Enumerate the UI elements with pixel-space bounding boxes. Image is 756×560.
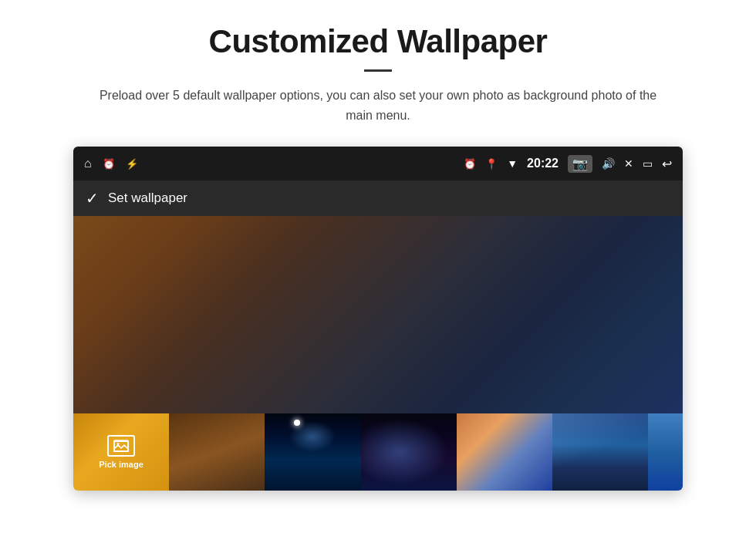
- back-icon: ↩: [662, 157, 672, 171]
- svg-point-1: [117, 443, 120, 445]
- home-icon: ⌂: [84, 157, 92, 170]
- alarm-icon: ⏰: [103, 158, 115, 170]
- status-time: 20:22: [527, 157, 559, 170]
- check-icon[interactable]: ✓: [86, 189, 99, 207]
- page-header: Customized Wallpaper Preload over 5 defa…: [0, 0, 756, 133]
- wallpaper-thumb-4[interactable]: [457, 413, 552, 491]
- wallpaper-thumb-1[interactable]: [169, 413, 265, 491]
- volume-icon: 🔊: [602, 157, 615, 170]
- thumbnail-strip: Pick image: [73, 413, 683, 491]
- pick-image-thumb[interactable]: Pick image: [73, 413, 169, 491]
- set-wallpaper-label: Set wallpaper: [108, 191, 187, 206]
- status-right-icons: ⏰ 📍 ▼ 20:22 📷 🔊 ✕ ▭ ↩: [464, 155, 672, 173]
- wallpaper-toolbar: ✓ Set wallpaper: [73, 180, 683, 216]
- window-icon: ▭: [643, 157, 653, 170]
- wifi-icon: ▼: [507, 157, 518, 170]
- location-icon: 📍: [485, 158, 498, 170]
- usb-icon: ⚡: [126, 158, 138, 170]
- status-left-icons: ⌂ ⏰ ⚡: [84, 157, 138, 170]
- status-bar: ⌂ ⏰ ⚡ ⏰ 📍 ▼ 20:22 📷 🔊 ✕ ▭ ↩: [73, 147, 683, 180]
- svg-rect-0: [114, 440, 128, 451]
- wallpaper-thumb-partial[interactable]: [648, 413, 683, 491]
- pick-image-icon: [107, 435, 135, 457]
- wallpaper-thumb-3[interactable]: [361, 413, 457, 491]
- device-frame: ⌂ ⏰ ⚡ ⏰ 📍 ▼ 20:22 📷 🔊 ✕ ▭ ↩ ✓ Set wallpa…: [73, 147, 683, 491]
- close-icon: ✕: [624, 157, 633, 170]
- wallpaper-thumb-2[interactable]: [265, 413, 360, 491]
- clock-icon: ⏰: [464, 158, 476, 170]
- wallpaper-thumb-5[interactable]: [552, 413, 648, 491]
- page-subtitle: Preload over 5 default wallpaper options…: [85, 86, 671, 125]
- camera-icon[interactable]: 📷: [568, 155, 592, 173]
- wallpaper-preview: [73, 216, 683, 413]
- page-title: Customized Wallpaper: [46, 23, 710, 60]
- title-divider: [364, 69, 392, 72]
- pick-image-label: Pick image: [99, 460, 143, 469]
